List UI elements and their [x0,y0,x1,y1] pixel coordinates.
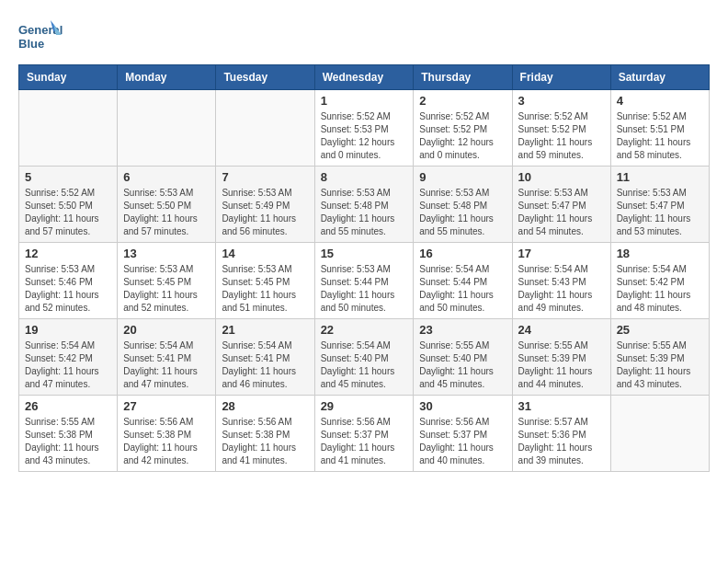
calendar-cell: 26Sunrise: 5:55 AMSunset: 5:38 PMDayligh… [19,396,118,472]
day-info: Sunrise: 5:54 AMSunset: 5:43 PMDaylight:… [518,263,605,315]
calendar-header-row: SundayMondayTuesdayWednesdayThursdayFrid… [19,65,710,90]
day-number: 23 [419,323,506,337]
page-header: GeneralBlue [18,18,710,55]
calendar-cell: 4Sunrise: 5:52 AMSunset: 5:51 PMDaylight… [610,90,709,167]
day-number: 11 [617,170,703,184]
day-number: 8 [321,170,408,184]
day-info: Sunrise: 5:54 AMSunset: 5:44 PMDaylight:… [419,263,506,315]
day-number: 17 [518,247,605,260]
day-number: 27 [123,399,210,413]
day-number: 7 [222,170,308,184]
day-number: 18 [617,247,703,260]
day-info: Sunrise: 5:55 AMSunset: 5:39 PMDaylight:… [518,339,605,391]
calendar-cell: 9Sunrise: 5:53 AMSunset: 5:48 PMDaylight… [414,167,512,243]
header-monday: Monday [118,65,216,90]
calendar-cell [610,396,709,472]
calendar-cell: 20Sunrise: 5:54 AMSunset: 5:41 PMDayligh… [118,319,216,396]
day-number: 22 [321,323,408,337]
day-info: Sunrise: 5:54 AMSunset: 5:42 PMDaylight:… [617,263,703,315]
day-info: Sunrise: 5:53 AMSunset: 5:45 PMDaylight:… [222,263,308,315]
day-number: 10 [518,170,605,184]
calendar-cell: 19Sunrise: 5:54 AMSunset: 5:42 PMDayligh… [19,319,118,396]
day-number: 20 [123,323,210,337]
calendar-cell: 7Sunrise: 5:53 AMSunset: 5:49 PMDaylight… [216,167,314,243]
calendar-cell [19,90,118,167]
day-number: 1 [321,94,408,108]
day-info: Sunrise: 5:52 AMSunset: 5:52 PMDaylight:… [518,110,605,162]
calendar-cell: 5Sunrise: 5:52 AMSunset: 5:50 PMDaylight… [19,167,118,243]
calendar-cell: 14Sunrise: 5:53 AMSunset: 5:45 PMDayligh… [216,243,314,319]
calendar-cell: 24Sunrise: 5:55 AMSunset: 5:39 PMDayligh… [512,319,610,396]
day-number: 25 [617,323,703,337]
day-info: Sunrise: 5:53 AMSunset: 5:44 PMDaylight:… [321,263,408,315]
day-info: Sunrise: 5:53 AMSunset: 5:50 PMDaylight:… [123,187,210,238]
day-number: 13 [123,247,210,260]
week-row-3: 12Sunrise: 5:53 AMSunset: 5:46 PMDayligh… [19,243,710,319]
day-number: 4 [617,94,703,108]
day-number: 24 [518,323,605,337]
day-number: 14 [222,247,308,260]
logo-icon: GeneralBlue [18,18,64,55]
day-info: Sunrise: 5:52 AMSunset: 5:52 PMDaylight:… [419,110,506,162]
day-number: 6 [123,170,210,184]
day-info: Sunrise: 5:56 AMSunset: 5:37 PMDaylight:… [321,416,408,467]
day-number: 3 [518,94,605,108]
calendar-cell [216,90,314,167]
header-tuesday: Tuesday [216,65,314,90]
day-info: Sunrise: 5:56 AMSunset: 5:38 PMDaylight:… [123,416,210,467]
day-info: Sunrise: 5:53 AMSunset: 5:47 PMDaylight:… [617,187,703,238]
calendar-cell: 30Sunrise: 5:56 AMSunset: 5:37 PMDayligh… [414,396,512,472]
day-info: Sunrise: 5:53 AMSunset: 5:45 PMDaylight:… [123,263,210,315]
day-number: 28 [222,399,308,413]
calendar-cell: 15Sunrise: 5:53 AMSunset: 5:44 PMDayligh… [314,243,414,319]
calendar-cell: 31Sunrise: 5:57 AMSunset: 5:36 PMDayligh… [512,396,610,472]
calendar-cell: 13Sunrise: 5:53 AMSunset: 5:45 PMDayligh… [118,243,216,319]
day-number: 30 [419,399,506,413]
day-info: Sunrise: 5:53 AMSunset: 5:48 PMDaylight:… [419,187,506,238]
calendar-cell: 17Sunrise: 5:54 AMSunset: 5:43 PMDayligh… [512,243,610,319]
day-info: Sunrise: 5:55 AMSunset: 5:40 PMDaylight:… [419,339,506,391]
day-info: Sunrise: 5:52 AMSunset: 5:51 PMDaylight:… [617,110,703,162]
day-info: Sunrise: 5:55 AMSunset: 5:38 PMDaylight:… [25,416,111,467]
day-info: Sunrise: 5:53 AMSunset: 5:48 PMDaylight:… [321,187,408,238]
calendar-cell: 27Sunrise: 5:56 AMSunset: 5:38 PMDayligh… [118,396,216,472]
header-friday: Friday [512,65,610,90]
calendar-cell: 8Sunrise: 5:53 AMSunset: 5:48 PMDaylight… [314,167,414,243]
calendar-cell [118,90,216,167]
calendar-cell: 18Sunrise: 5:54 AMSunset: 5:42 PMDayligh… [610,243,709,319]
header-thursday: Thursday [414,65,512,90]
calendar-cell: 3Sunrise: 5:52 AMSunset: 5:52 PMDaylight… [512,90,610,167]
calendar-cell: 29Sunrise: 5:56 AMSunset: 5:37 PMDayligh… [314,396,414,472]
day-info: Sunrise: 5:54 AMSunset: 5:40 PMDaylight:… [321,339,408,391]
day-info: Sunrise: 5:53 AMSunset: 5:46 PMDaylight:… [25,263,111,315]
calendar-cell: 25Sunrise: 5:55 AMSunset: 5:39 PMDayligh… [610,319,709,396]
day-number: 26 [25,399,111,413]
calendar-cell: 21Sunrise: 5:54 AMSunset: 5:41 PMDayligh… [216,319,314,396]
calendar-cell: 16Sunrise: 5:54 AMSunset: 5:44 PMDayligh… [414,243,512,319]
header-saturday: Saturday [610,65,709,90]
header-sunday: Sunday [19,65,118,90]
calendar-cell: 2Sunrise: 5:52 AMSunset: 5:52 PMDaylight… [414,90,512,167]
calendar-cell: 28Sunrise: 5:56 AMSunset: 5:38 PMDayligh… [216,396,314,472]
day-number: 5 [25,170,111,184]
day-info: Sunrise: 5:54 AMSunset: 5:41 PMDaylight:… [222,339,308,391]
day-info: Sunrise: 5:56 AMSunset: 5:37 PMDaylight:… [419,416,506,467]
calendar-cell: 22Sunrise: 5:54 AMSunset: 5:40 PMDayligh… [314,319,414,396]
header-wednesday: Wednesday [314,65,414,90]
day-info: Sunrise: 5:52 AMSunset: 5:50 PMDaylight:… [25,187,111,238]
day-number: 12 [25,247,111,260]
day-number: 29 [321,399,408,413]
day-number: 16 [419,247,506,260]
calendar-cell: 10Sunrise: 5:53 AMSunset: 5:47 PMDayligh… [512,167,610,243]
calendar-cell: 6Sunrise: 5:53 AMSunset: 5:50 PMDaylight… [118,167,216,243]
day-number: 21 [222,323,308,337]
calendar-cell: 12Sunrise: 5:53 AMSunset: 5:46 PMDayligh… [19,243,118,319]
calendar-cell: 1Sunrise: 5:52 AMSunset: 5:53 PMDaylight… [314,90,414,167]
day-info: Sunrise: 5:54 AMSunset: 5:41 PMDaylight:… [123,339,210,391]
day-number: 2 [419,94,506,108]
day-info: Sunrise: 5:52 AMSunset: 5:53 PMDaylight:… [321,110,408,162]
day-number: 19 [25,323,111,337]
day-info: Sunrise: 5:55 AMSunset: 5:39 PMDaylight:… [617,339,703,391]
week-row-4: 19Sunrise: 5:54 AMSunset: 5:42 PMDayligh… [19,319,710,396]
day-number: 9 [419,170,506,184]
